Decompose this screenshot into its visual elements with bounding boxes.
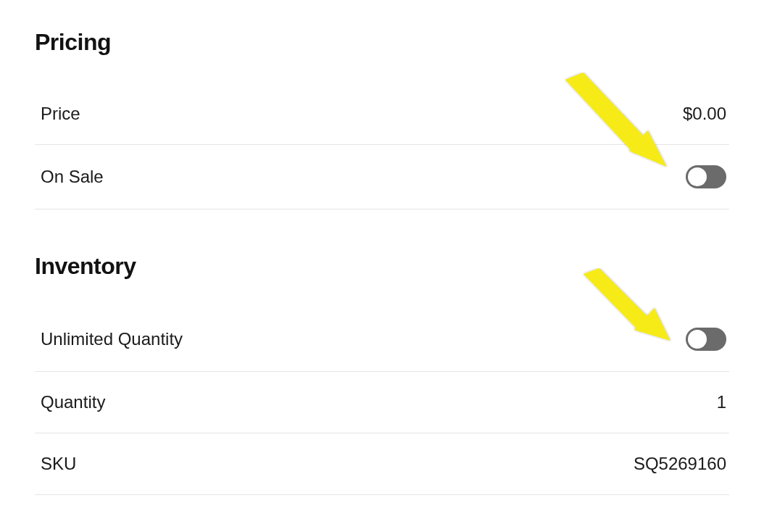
sku-label: SKU [41,454,76,474]
unlimited-quantity-row: Unlimited Quantity [35,307,729,372]
price-value: $0.00 [683,104,726,124]
on-sale-toggle[interactable] [686,165,726,188]
unlimited-quantity-toggle[interactable] [686,328,726,351]
toggle-knob [688,330,707,349]
inventory-title: Inventory [35,253,729,280]
on-sale-label: On Sale [41,167,104,187]
sku-value: SQ5269160 [634,454,726,474]
inventory-section: Inventory Unlimited Quantity Quantity 1 … [35,253,729,495]
quantity-label: Quantity [41,392,105,412]
on-sale-row: On Sale [35,145,729,209]
price-label: Price [41,104,80,124]
pricing-title: Pricing [35,29,729,56]
unlimited-quantity-label: Unlimited Quantity [41,329,183,349]
quantity-value: 1 [717,392,726,412]
sku-row[interactable]: SKU SQ5269160 [35,433,729,495]
pricing-section: Pricing Price $0.00 On Sale [35,29,729,209]
quantity-row[interactable]: Quantity 1 [35,372,729,433]
toggle-knob [688,167,707,186]
price-row[interactable]: Price $0.00 [35,83,729,145]
